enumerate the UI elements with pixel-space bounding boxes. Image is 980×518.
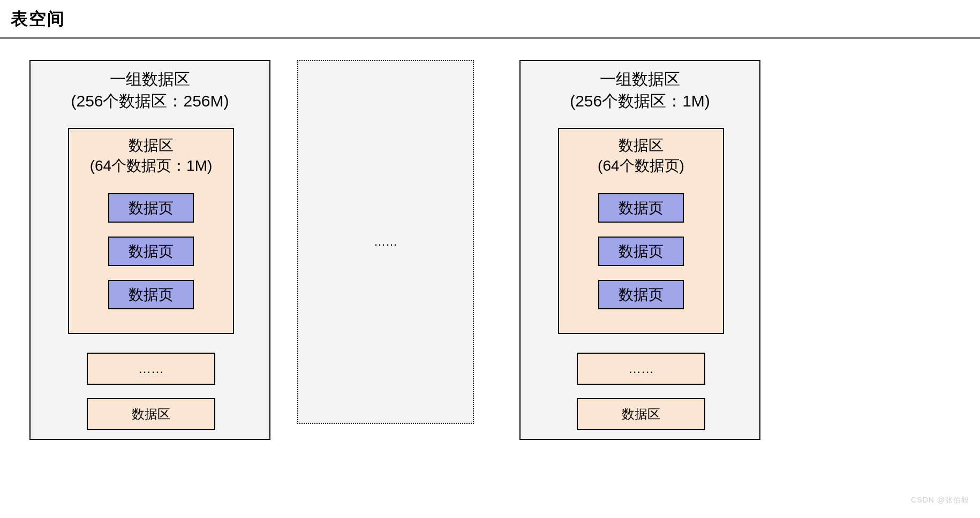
pages-left: 数据页 数据页 数据页 — [69, 193, 233, 309]
extent-title-line1: 数据区 — [129, 137, 174, 154]
diagram-canvas: 一组数据区 (256个数据区：256M) 数据区 (64个数据页：1M) 数据页… — [0, 39, 980, 509]
extent-title-line2: (64个数据页：1M) — [90, 157, 213, 174]
extent-title-line1: 数据区 — [619, 137, 664, 154]
ellipsis-box-right: …… — [577, 353, 705, 385]
extent-group-right: 一组数据区 (256个数据区：1M) 数据区 (64个数据页) 数据页 数据页 … — [519, 60, 760, 440]
data-page: 数据页 — [598, 280, 684, 309]
more-extent-left: 数据区 — [87, 398, 215, 430]
data-page: 数据页 — [108, 193, 194, 223]
data-page: 数据页 — [598, 193, 684, 223]
extent-group-left: 一组数据区 (256个数据区：256M) 数据区 (64个数据页：1M) 数据页… — [29, 60, 270, 440]
group-header-left: 一组数据区 (256个数据区：256M) — [31, 61, 269, 112]
extent-header-left: 数据区 (64个数据页：1M) — [69, 129, 233, 176]
extent-box-left: 数据区 (64个数据页：1M) 数据页 数据页 数据页 — [68, 128, 234, 334]
more-extent-right: 数据区 — [577, 398, 705, 430]
group-title-line2: (256个数据区：1M) — [570, 92, 710, 110]
group-header-right: 一组数据区 (256个数据区：1M) — [521, 61, 759, 112]
extent-header-right: 数据区 (64个数据页) — [559, 129, 723, 176]
extent-box-right: 数据区 (64个数据页) 数据页 数据页 数据页 — [558, 128, 724, 334]
group-title-line1: 一组数据区 — [600, 70, 680, 88]
ellipsis-mid: …… — [374, 235, 397, 249]
diagram-title: 表空间 — [0, 0, 980, 39]
ellipsis-panel: …… — [297, 60, 474, 424]
data-page: 数据页 — [108, 280, 194, 309]
data-page: 数据页 — [598, 237, 684, 266]
ellipsis-box-left: …… — [87, 353, 215, 385]
extent-title-line2: (64个数据页) — [598, 157, 684, 174]
pages-right: 数据页 数据页 数据页 — [559, 193, 723, 309]
data-page: 数据页 — [108, 237, 194, 266]
group-title-line1: 一组数据区 — [110, 70, 190, 88]
watermark: CSDN @张伯毅 — [911, 496, 969, 505]
group-title-line2: (256个数据区：256M) — [71, 92, 229, 110]
